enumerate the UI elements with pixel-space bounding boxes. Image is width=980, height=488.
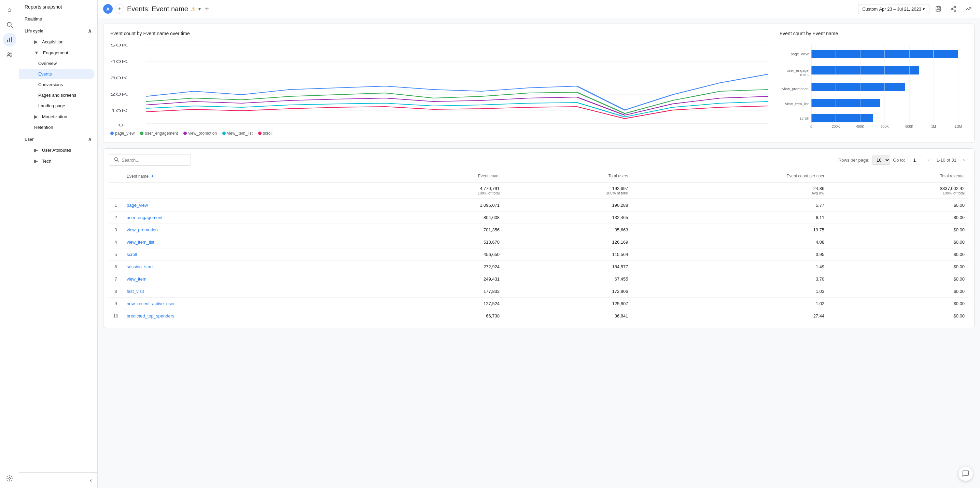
row-event-name[interactable]: scroll [123,249,363,261]
row-num: 7 [109,273,123,285]
row-per-user: 1.03 [632,285,828,298]
collapse-sidebar-btn[interactable]: ‹ [90,477,92,484]
monetization-item[interactable]: ▶ Monetization [19,111,95,122]
user-attributes-item[interactable]: ▶ User Attributes [19,145,95,155]
row-event-name[interactable]: predicted_top_spenders [123,310,363,322]
line-chart-section: Event count by Event name over time 50K … [110,31,768,136]
pages-and-screens-item[interactable]: Pages and screens [19,90,95,100]
row-event-name[interactable]: first_visit [123,285,363,298]
svg-text:page_view: page_view [791,52,808,56]
svg-rect-10 [937,10,940,11]
col-revenue[interactable]: Total revenue [828,170,969,182]
warning-icon: ⚠ [191,6,196,12]
rows-per-page-select[interactable]: 10 25 50 [872,155,890,165]
engagement-item[interactable]: ▼ Engagement [19,47,95,58]
acquisition-item[interactable]: ▶ Acquisition [19,36,95,47]
save-report-btn[interactable] [932,3,945,15]
bar-chart-title: Event count by Event name [780,31,967,36]
reports-snapshot-link[interactable]: Reports snapshot [19,0,97,14]
table-row: 4 view_item_list 513,670 126,169 4.08 $0… [109,236,969,249]
legend-user-engagement: user_engagement [140,131,178,136]
insights-btn[interactable] [962,3,975,15]
row-event-name[interactable]: page_view [123,199,363,212]
settings-nav-icon[interactable] [3,472,16,485]
row-num: 9 [109,298,123,310]
row-event-name[interactable]: session_start [123,261,363,273]
chart-divider [774,31,774,136]
home-nav-icon[interactable]: ⌂ [3,3,16,16]
chat-btn[interactable] [958,466,973,481]
table-row: 10 predicted_top_spenders 66,738 36,841 … [109,310,969,322]
row-event-count: 272,924 [363,261,504,273]
svg-text:0: 0 [810,125,812,129]
legend-view-promotion: view_promotion [183,131,217,136]
realtime-link[interactable]: Realtime [19,14,97,24]
title-dropdown-btn[interactable]: ▾ [198,6,201,12]
svg-text:scroll: scroll [800,116,808,120]
line-chart-legend: page_view user_engagement view_promotion [110,131,768,136]
date-range-selector[interactable]: Custom Apr 23 – Jul 21, 2023 ▾ [858,4,929,14]
retention-item[interactable]: Retention [19,122,95,132]
search-box[interactable] [109,154,191,166]
row-total-users: 190,288 [504,199,632,212]
add-dimension-btn[interactable]: + [151,173,154,179]
col-event-count[interactable]: ↓ Event count [363,170,504,182]
topbar: A + Events: Event name ⚠ ▾ + Custom Apr … [98,0,980,18]
table-row: 8 first_visit 177,833 172,806 1.03 $0.00 [109,285,969,298]
tech-item[interactable]: ▶ Tech [19,155,95,166]
search-nav-icon[interactable] [3,18,16,32]
row-event-count: 66,738 [363,310,504,322]
row-event-name[interactable]: new_recent_active_user [123,298,363,310]
row-revenue: $0.00 [828,236,969,249]
lifecycle-section[interactable]: Life cycle ∧ [19,24,97,36]
row-total-users: 67,455 [504,273,632,285]
table-row: 2 user_engagement 804,608 132,465 6.11 $… [109,212,969,224]
row-event-name[interactable]: view_item_list [123,236,363,249]
row-event-count: 249,431 [363,273,504,285]
landing-page-item[interactable]: Landing page [19,100,95,111]
property-avatar[interactable]: A [103,4,113,14]
go-to-page-input[interactable] [908,156,921,164]
add-property-button[interactable]: + [115,4,124,14]
row-num: 1 [109,199,123,212]
row-num: 5 [109,249,123,261]
svg-point-13 [954,10,956,12]
row-per-user: 5.77 [632,199,828,212]
col-per-user[interactable]: Event count per user [632,170,828,182]
svg-text:40K: 40K [110,60,128,64]
table-controls: Rows per page: 10 25 50 Go to: ‹ 1-10 of… [109,154,969,166]
col-event-name[interactable]: Event name + [123,170,363,182]
svg-line-14 [952,9,954,10]
row-event-name[interactable]: user_engagement [123,212,363,224]
share-btn[interactable] [947,3,959,15]
user-section[interactable]: User ∧ [19,132,97,145]
events-table: Event name + ↓ Event count Total users [109,170,969,322]
bar-view-promotion [811,83,905,91]
events-item[interactable]: Events [19,69,95,79]
row-revenue: $0.00 [828,199,969,212]
audience-nav-icon[interactable] [3,48,16,62]
svg-text:1.2M: 1.2M [955,125,962,129]
col-num [109,170,123,182]
bar-user-engagement [811,66,919,75]
col-total-users[interactable]: Total users [504,170,632,182]
nav-sidebar: Reports snapshot Realtime Life cycle ∧ ▶… [19,0,98,488]
svg-point-6 [10,53,12,54]
bar-chart: page_view user_engage ment view_promotio… [780,42,967,131]
row-revenue: $0.00 [828,224,969,236]
analytics-nav-icon[interactable] [3,33,16,46]
overview-item[interactable]: Overview [19,58,95,69]
row-event-name[interactable]: view_promotion [123,224,363,236]
row-revenue: $0.00 [828,310,969,322]
main-scroll-area: Event count by Event name over time 50K … [98,18,980,488]
svg-text:800K: 800K [905,125,913,129]
add-comparison-btn[interactable]: + [205,5,209,13]
table-row: 1 page_view 1,095,071 190,288 5.77 $0.00 [109,199,969,212]
row-event-name[interactable]: view_item [123,273,363,285]
charts-section: Event count by Event name over time 50K … [103,24,975,143]
search-input[interactable] [122,158,186,163]
conversions-item[interactable]: Conversions [19,79,95,90]
prev-page-btn[interactable]: ‹ [924,155,934,165]
next-page-btn[interactable]: › [959,155,969,165]
table-row: 3 view_promotion 701,356 35,663 19.75 $0… [109,224,969,236]
